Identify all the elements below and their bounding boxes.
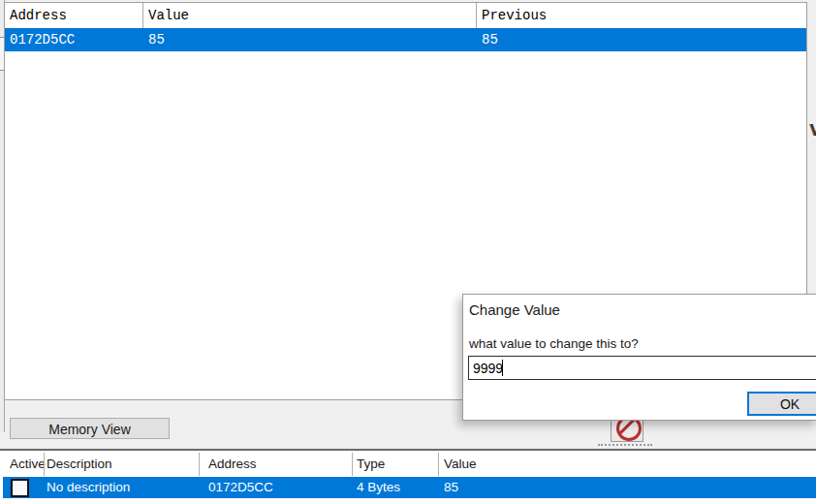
- ok-button[interactable]: OK: [747, 392, 816, 416]
- column-header-previous[interactable]: Previous: [477, 3, 806, 28]
- column-separator: [199, 453, 200, 476]
- cell-address[interactable]: 0172D5CC: [208, 477, 273, 498]
- column-header-type[interactable]: Type: [357, 453, 385, 476]
- column-separator: [44, 453, 45, 476]
- clipped-edge-glyph: V: [808, 121, 816, 141]
- cell-value[interactable]: 85: [444, 477, 458, 498]
- column-separator: [352, 453, 353, 476]
- cell-value[interactable]: 85: [143, 28, 477, 51]
- text-caret: [502, 360, 503, 376]
- column-header-address[interactable]: Address: [208, 453, 257, 476]
- found-list-selected-row[interactable]: 0172D5CC 85 85: [5, 28, 806, 51]
- value-input[interactable]: [468, 356, 816, 380]
- cell-description[interactable]: No description: [47, 477, 130, 498]
- active-checkbox[interactable]: [11, 479, 29, 497]
- address-list-selected-row[interactable]: No description 0172D5CC 4 Bytes 85: [3, 477, 816, 498]
- cheat-engine-window: { "colors": { "selection_blue": "#0078d7…: [0, 0, 816, 504]
- dialog-prompt-label: what value to change this to?: [469, 336, 639, 351]
- column-header-description[interactable]: Description: [47, 453, 112, 476]
- found-list-header: Address Value Previous: [5, 3, 806, 28]
- dialog-title: Change Value: [469, 301, 560, 318]
- column-header-value[interactable]: Value: [143, 3, 477, 28]
- address-list-header: Active Description Address Type Value: [0, 453, 816, 476]
- memory-view-button[interactable]: Memory View: [10, 418, 170, 439]
- panel-splitter-handle[interactable]: [598, 444, 652, 446]
- address-list-panel: Active Description Address Type Value No…: [0, 449, 816, 504]
- cell-previous[interactable]: 85: [477, 28, 806, 51]
- column-separator: [438, 453, 439, 476]
- change-value-dialog: Change Value what value to change this t…: [462, 294, 816, 421]
- cell-address[interactable]: 0172D5CC: [5, 28, 143, 51]
- column-header-address[interactable]: Address: [5, 3, 143, 28]
- column-header-active[interactable]: Active: [10, 453, 46, 476]
- cell-type[interactable]: 4 Bytes: [357, 477, 400, 498]
- column-header-value[interactable]: Value: [444, 453, 477, 476]
